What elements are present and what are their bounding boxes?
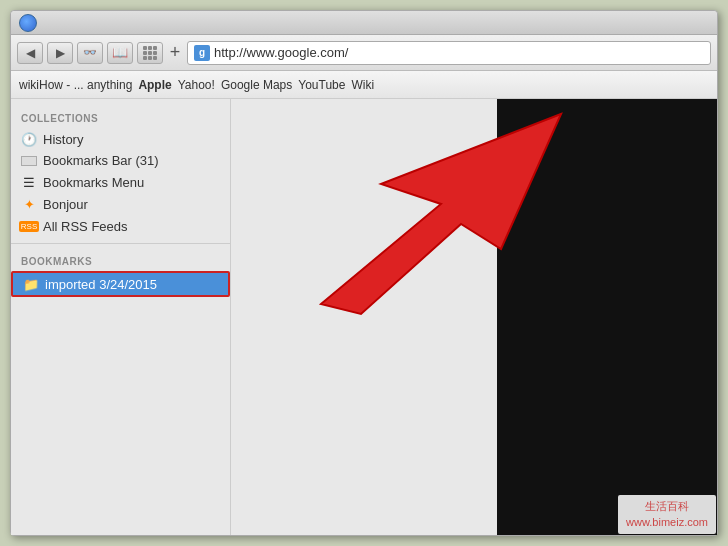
bookmarks-bar: wikiHow - ... anything Apple Yahoo! Goog… — [11, 71, 717, 99]
sidebar-item-bookmarks-menu[interactable]: ☰ Bookmarks Menu — [11, 171, 230, 193]
watermark: 生活百科 www.bimeiz.com — [618, 495, 716, 534]
grid-icon — [143, 46, 157, 60]
title-bar — [11, 11, 717, 35]
reader-button[interactable]: 👓 — [77, 42, 103, 64]
back-button[interactable]: ◀ — [17, 42, 43, 64]
bookmark-wiki[interactable]: Wiki — [351, 78, 374, 92]
bonjour-icon: ✦ — [21, 196, 37, 212]
sidebar-divider — [11, 243, 230, 244]
sidebar-item-imported[interactable]: 📁 imported 3/24/2015 — [11, 271, 230, 297]
bookmarks-button[interactable]: 📖 — [107, 42, 133, 64]
folder-icon: 📁 — [23, 276, 39, 292]
grid-view-button[interactable] — [137, 42, 163, 64]
watermark-line2: www.bimeiz.com — [626, 515, 708, 530]
bookmark-apple[interactable]: Apple — [138, 78, 171, 92]
browser-icon — [19, 14, 37, 32]
bookmark-wikihow[interactable]: wikiHow - ... anything — [19, 78, 132, 92]
address-text: http://www.google.com/ — [214, 45, 704, 60]
collections-title: COLLECTIONS — [11, 107, 230, 128]
main-area: COLLECTIONS 🕐 History Bookmarks Bar (31)… — [11, 99, 717, 535]
bookmark-yahoo[interactable]: Yahoo! — [178, 78, 215, 92]
sidebar-item-bookmarks-bar[interactable]: Bookmarks Bar (31) — [11, 150, 230, 171]
browser-window: ◀ ▶ 👓 📖 + g http://www.google.com/ wikiH… — [10, 10, 718, 536]
sidebar-item-bonjour[interactable]: ✦ Bonjour — [11, 193, 230, 215]
forward-button[interactable]: ▶ — [47, 42, 73, 64]
nav-bar: ◀ ▶ 👓 📖 + g http://www.google.com/ — [11, 35, 717, 71]
content-area — [231, 99, 717, 535]
bookmark-google-maps[interactable]: Google Maps — [221, 78, 292, 92]
red-arrow — [261, 104, 571, 324]
clock-icon: 🕐 — [21, 131, 37, 147]
bookmarks-bar-icon — [21, 156, 37, 166]
add-button[interactable]: + — [167, 42, 183, 64]
bookmarks-menu-icon: ☰ — [21, 174, 37, 190]
search-icon: g — [194, 45, 210, 61]
bookmark-youtube[interactable]: YouTube — [298, 78, 345, 92]
sidebar: COLLECTIONS 🕐 History Bookmarks Bar (31)… — [11, 99, 231, 535]
sidebar-item-history[interactable]: 🕐 History — [11, 128, 230, 150]
watermark-line1: 生活百科 — [626, 499, 708, 514]
address-bar[interactable]: g http://www.google.com/ — [187, 41, 711, 65]
sidebar-item-all-rss-feeds[interactable]: RSS All RSS Feeds — [11, 215, 230, 237]
rss-icon: RSS — [21, 218, 37, 234]
svg-marker-0 — [321, 114, 561, 314]
bookmarks-section-title: BOOKMARKS — [11, 250, 230, 271]
